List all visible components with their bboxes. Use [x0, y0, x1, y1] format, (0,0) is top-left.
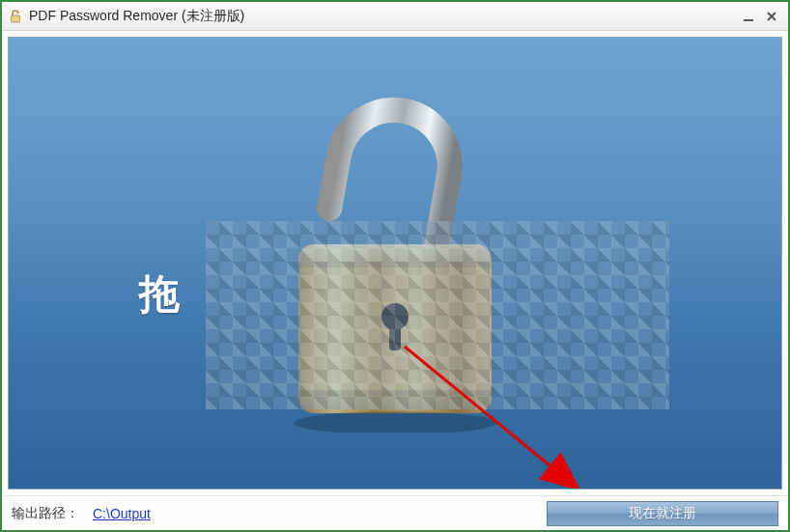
padlock-icon	[8, 9, 23, 24]
footer-bar: 输出路径： C:\Output 现在就注册	[2, 495, 788, 530]
app-window: PDF Password Remover (未注册版)	[0, 0, 790, 532]
censored-overlay	[206, 221, 669, 409]
drop-zone[interactable]: 拖	[8, 37, 782, 490]
register-now-button[interactable]: 现在就注册	[547, 501, 778, 526]
output-path-label: 输出路径：	[12, 505, 79, 522]
minimize-button[interactable]	[738, 7, 759, 26]
content-area: 拖	[2, 31, 788, 495]
titlebar: PDF Password Remover (未注册版)	[2, 2, 788, 31]
drag-hint-text: 拖	[139, 267, 182, 322]
svg-point-8	[294, 411, 496, 433]
svg-rect-0	[12, 15, 20, 22]
svg-rect-1	[744, 19, 753, 21]
output-path-link[interactable]: C:\Output	[93, 506, 151, 521]
window-title: PDF Password Remover (未注册版)	[29, 8, 736, 25]
close-button[interactable]	[761, 7, 782, 26]
